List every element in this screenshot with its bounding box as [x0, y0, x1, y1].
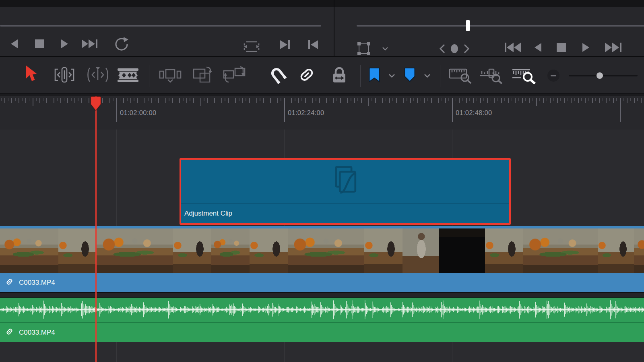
toolbar-divider [255, 65, 255, 87]
ruler-tick [340, 98, 341, 103]
zoom-slider-handle[interactable] [597, 72, 603, 79]
trim-edit-mode-button[interactable] [52, 66, 76, 84]
ruler-tick [60, 98, 61, 103]
timeline-window: 01:02:00:0001:02:24:0001:02:48:00 Adjust… [0, 0, 644, 362]
video-thumbnail [250, 228, 288, 273]
timeline-area[interactable]: Adjustment Clip C0033.MP4 C0033.MP4 [0, 130, 644, 362]
ruler-tick [386, 98, 386, 101]
ruler-tick [260, 98, 260, 101]
left-viewer-scrub-bar[interactable] [0, 25, 321, 27]
ruler-tick [400, 98, 400, 101]
selection-mode-button[interactable] [23, 64, 39, 85]
snapping-button[interactable] [268, 65, 287, 85]
video-clip-name-bar[interactable]: C0033.MP4 [0, 273, 644, 292]
ruler-tick [211, 98, 212, 101]
ruler-tick [305, 98, 306, 103]
ruler-tick [148, 98, 149, 101]
marker-button[interactable] [402, 66, 417, 84]
ruler-tick [158, 98, 159, 103]
ruler-tick [354, 98, 355, 103]
stop-right-button[interactable] [555, 41, 568, 54]
ruler-tick [595, 98, 596, 101]
ruler-tick [392, 98, 393, 101]
step-backward-button[interactable] [8, 37, 20, 51]
chevron-down-icon [388, 74, 395, 78]
play-right-button[interactable] [580, 41, 592, 54]
ruler-tick [130, 98, 131, 103]
zoom-out-button[interactable] [546, 68, 561, 83]
playhead-handle[interactable] [90, 96, 101, 113]
ruler-timecode: 01:02:00:00 [120, 109, 156, 117]
adjustment-clip[interactable]: Adjustment Clip [180, 158, 511, 225]
zoom-detail-button[interactable] [478, 66, 506, 85]
ruler-tick [491, 98, 491, 101]
linked-selection-button[interactable] [297, 65, 316, 85]
flag-icon [368, 67, 380, 83]
transform-button[interactable] [356, 41, 372, 56]
ruler-tick [134, 98, 134, 101]
ruler-tick [512, 98, 512, 101]
ruler-tick [630, 98, 631, 101]
viewer-scrub-playhead[interactable] [466, 20, 470, 31]
zoom-slider-track[interactable] [569, 75, 638, 76]
skip-to-end-button[interactable] [603, 40, 624, 55]
ruler-tick [36, 98, 37, 101]
dynamic-trim-mode-button[interactable] [86, 66, 110, 84]
ruler-tick [277, 98, 278, 103]
jog-control[interactable] [438, 43, 471, 55]
viewer-pane-divider [334, 0, 334, 56]
ruler-tick [57, 98, 58, 101]
ruler-tick [568, 98, 568, 101]
ruler-tick [249, 98, 250, 103]
viewer-transport-bar [0, 7, 644, 56]
replace-clip-icon [192, 66, 213, 84]
ruler-tick [256, 98, 257, 103]
play-icon [60, 39, 69, 49]
marker-options-button[interactable] [422, 72, 432, 79]
right-viewer-scrub-bar[interactable] [357, 25, 644, 27]
play-to-previous-button[interactable] [306, 39, 320, 51]
play-to-next-button[interactable] [279, 39, 292, 51]
audio-clip-name-bar[interactable]: C0033.MP4 [0, 322, 644, 342]
ruler-tick [452, 98, 453, 122]
blade-edit-mode-button[interactable] [116, 67, 140, 83]
ruler-tick [316, 98, 316, 101]
ruler-tick [218, 98, 219, 101]
replace-clip-button[interactable] [191, 66, 214, 84]
ruler-tick [351, 98, 351, 101]
ruler-tick [165, 98, 166, 103]
match-frame-button[interactable] [243, 40, 260, 53]
step-backward-right-button[interactable] [531, 41, 544, 54]
ruler-tick [291, 98, 292, 103]
zoom-custom-button[interactable] [510, 66, 539, 85]
swap-clips-button[interactable] [221, 66, 247, 84]
ruler-tick [445, 98, 446, 103]
zoom-full-extent-button[interactable] [448, 66, 474, 85]
insert-clip-button[interactable] [158, 66, 183, 84]
flag-button[interactable] [367, 66, 382, 84]
ruler-tick [413, 98, 414, 101]
video-clip-filmstrip[interactable] [0, 228, 644, 273]
ruler-tick [424, 98, 425, 103]
ruler-tick [54, 98, 54, 103]
ruler-tick [11, 98, 12, 103]
ruler-tick [382, 98, 383, 103]
flag-options-button[interactable] [386, 72, 397, 79]
ruler-tick [22, 98, 23, 101]
position-lock-button[interactable] [329, 65, 349, 85]
edit-toolbar [0, 56, 644, 94]
ruler-tick [421, 98, 421, 101]
play-to-next-icon [280, 39, 291, 50]
loop-playback-button[interactable] [112, 36, 131, 52]
transform-options-button[interactable] [381, 45, 390, 52]
adjustment-clip-body [181, 160, 509, 203]
ruler-tick [553, 98, 554, 101]
skip-to-start-button[interactable] [503, 40, 522, 55]
fast-forward-button[interactable] [80, 37, 100, 51]
loop-icon [113, 37, 130, 52]
swap-clips-icon [223, 66, 246, 84]
play-button[interactable] [59, 37, 71, 51]
playhead-line[interactable] [95, 96, 97, 362]
audio-clip-waveform[interactable] [0, 298, 644, 322]
stop-button[interactable] [33, 37, 46, 51]
